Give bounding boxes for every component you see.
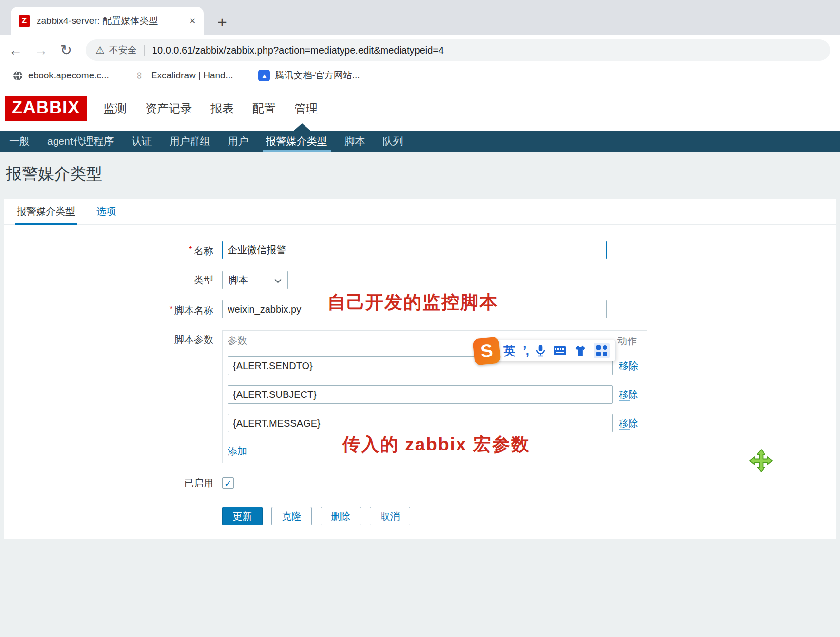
tab-media-type[interactable]: 报警媒介类型 [17,199,75,225]
remove-link[interactable]: 移除 [619,417,638,430]
subnav-queue[interactable]: 队列 [380,131,407,152]
form-buttons-row: 更新 克隆 删除 取消 [4,507,836,539]
subnav-agent-proxy[interactable]: agent代理程序 [44,131,117,152]
globe-icon [12,70,23,81]
main-navigation: 监测 资产记录 报表 配置 管理 [103,101,336,116]
ime-language-toggle[interactable]: 英 [503,343,515,359]
not-secure-warning-icon: ⚠ [95,44,105,56]
page-content: 报警媒介类型 报警媒介类型 选项 *名称 类型 脚本 *脚本名 [0,152,840,637]
type-row: 类型 脚本 [4,271,836,289]
sub-navigation: 一般 agent代理程序 认证 用户群组 用户 报警媒介类型 脚本 队列 [0,131,840,152]
punctuation-icon[interactable]: ’, [523,343,528,358]
subnav-user-groups[interactable]: 用户群组 [166,131,214,152]
zabbix-logo[interactable]: ZABBIX [5,96,87,121]
address-bar[interactable]: ⚠ 不安全 10.0.0.61/zabbix/zabbix.php?action… [86,39,830,61]
page-title: 报警媒介类型 [0,152,840,183]
move-cursor-icon [748,448,774,475]
name-label: 名称 [194,245,213,256]
enabled-row: 已启用 ✓ [4,474,836,492]
skin-icon[interactable] [574,345,587,356]
active-menu-pointer [294,123,310,131]
param-input-message[interactable] [228,414,613,432]
sogou-ime-toolbar: 英 ’, S [474,338,628,365]
tencent-docs-icon: ▲ [258,70,270,81]
name-row: *名称 [4,241,836,260]
script-name-label: 脚本名称 [174,305,213,316]
zabbix-header: ZABBIX 监测 资产记录 报表 配置 管理 [0,86,840,131]
add-parameter-link[interactable]: 添加 [228,445,247,457]
subnav-media-types[interactable]: 报警媒介类型 [263,131,331,152]
media-type-card: 报警媒介类型 选项 *名称 类型 脚本 *脚本名称 [4,199,836,539]
annotation-params-note: 传入的 zabbix 宏参数 [342,432,530,457]
media-type-form: *名称 类型 脚本 *脚本名称 脚本参数 参数 [4,225,836,539]
zabbix-favicon: Z [19,15,30,27]
param-input-subject[interactable] [228,385,613,404]
chevron-down-icon [274,275,282,286]
bookmark-excalidraw[interactable]: ∞ Excalidraw | Hand... [134,70,233,81]
tab-title: zabbix4-server: 配置媒体类型 [37,15,185,27]
nav-administration[interactable]: 管理 [294,101,318,116]
nav-reports[interactable]: 报表 [210,101,234,116]
remove-link[interactable]: 移除 [619,389,638,401]
tab-close-icon[interactable]: × [189,14,196,28]
tab-options[interactable]: 选项 [96,199,116,225]
nav-configuration[interactable]: 配置 [252,101,276,116]
excalidraw-icon: ∞ [134,70,146,81]
subnav-scripts[interactable]: 脚本 [342,131,369,152]
enabled-checkbox[interactable]: ✓ [222,477,234,489]
param-row: 移除 [228,385,647,404]
cancel-button[interactable]: 取消 [370,507,410,525]
type-select[interactable]: 脚本 [222,271,288,289]
browser-tab[interactable]: Z zabbix4-server: 配置媒体类型 × [11,7,204,35]
browser-toolbar: ← → ↻ ⚠ 不安全 10.0.0.61/zabbix/zabbix.php?… [0,35,840,65]
microphone-icon[interactable] [535,344,546,357]
bookmark-tencent-docs[interactable]: ▲ 腾讯文档-官方网站... [258,69,360,82]
bookmarks-bar: ebook.apecome.c... ∞ Excalidraw | Hand..… [0,65,840,86]
bookmark-ebook[interactable]: ebook.apecome.c... [12,70,109,81]
omnibox-divider [144,45,145,56]
new-tab-button[interactable]: + [217,14,227,30]
nav-monitoring[interactable]: 监测 [103,101,127,116]
refresh-icon[interactable]: ↻ [54,42,79,58]
required-asterisk: * [189,245,192,254]
sogou-logo-icon[interactable]: S [472,337,501,365]
clone-button[interactable]: 克隆 [271,507,312,525]
ime-toolbar-pill: 英 ’, [495,340,616,361]
update-button[interactable]: 更新 [222,507,263,525]
browser-tab-strip: Z zabbix4-server: 配置媒体类型 × + [0,0,840,35]
keyboard-icon[interactable] [553,346,567,356]
subnav-authentication[interactable]: 认证 [128,131,155,152]
type-label: 类型 [4,271,222,289]
nav-inventory[interactable]: 资产记录 [145,101,192,116]
forward-icon[interactable]: → [28,42,54,58]
type-select-value: 脚本 [229,274,274,287]
security-label[interactable]: 不安全 [109,44,137,56]
title-divider [0,193,840,193]
script-params-label: 脚本参数 [4,330,222,463]
name-input[interactable] [222,241,607,259]
delete-button[interactable]: 删除 [321,507,361,525]
param-row: 移除 [228,414,647,432]
annotation-script-note: 自己开发的监控脚本 [327,290,498,315]
url-text[interactable]: 10.0.0.61/zabbix/zabbix.php?action=media… [152,45,444,56]
subnav-general[interactable]: 一般 [6,131,33,152]
back-icon[interactable]: ← [3,42,28,58]
card-tab-bar: 报警媒介类型 选项 [4,199,836,225]
toolbox-icon[interactable] [594,343,610,358]
enabled-label: 已启用 [4,474,222,492]
subnav-users[interactable]: 用户 [225,131,252,152]
required-asterisk: * [169,304,172,314]
